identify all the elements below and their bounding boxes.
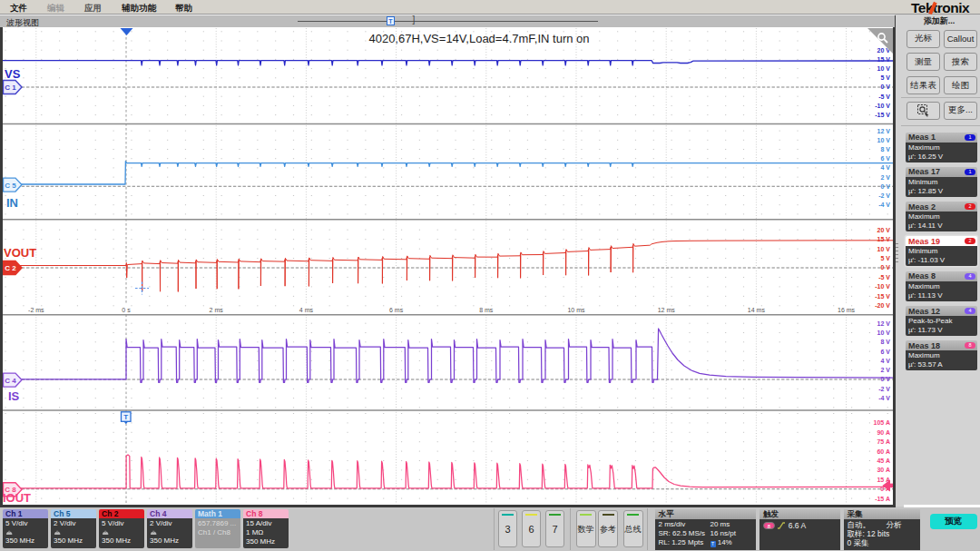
- svg-text:2 ms: 2 ms: [210, 307, 224, 313]
- svg-text:0 s: 0 s: [122, 307, 131, 313]
- svg-text:-15 V: -15 V: [875, 293, 890, 300]
- svg-text:5 V: 5 V: [880, 255, 890, 261]
- svg-text:0 V: 0 V: [880, 183, 890, 190]
- svg-text:20 V: 20 V: [877, 227, 891, 233]
- svg-text:10 V: 10 V: [877, 330, 891, 336]
- svg-text:IOUT: IOUT: [3, 491, 31, 505]
- svg-text:IN: IN: [6, 196, 18, 210]
- svg-text:0 V: 0 V: [880, 264, 890, 271]
- svg-text:105 A: 105 A: [874, 419, 890, 426]
- svg-text:16 ms: 16 ms: [838, 307, 856, 313]
- svg-text:0 V: 0 V: [880, 376, 890, 382]
- svg-text:6 V: 6 V: [880, 155, 890, 162]
- svg-text:4 V: 4 V: [880, 164, 890, 171]
- svg-text:C 2: C 2: [5, 264, 16, 272]
- svg-text:8 ms: 8 ms: [479, 307, 494, 313]
- svg-text:IS: IS: [8, 389, 20, 403]
- svg-text:-15 A: -15 A: [875, 496, 890, 502]
- svg-text:-5 V: -5 V: [878, 93, 890, 100]
- svg-text:12 V: 12 V: [877, 320, 891, 327]
- svg-text:4020,67H,VS=14V,Load=4.7mF,IN: 4020,67H,VS=14V,Load=4.7mF,IN turn on: [368, 32, 589, 45]
- svg-text:C 4: C 4: [5, 377, 16, 385]
- svg-text:-10 V: -10 V: [875, 103, 890, 109]
- svg-text:8 V: 8 V: [880, 146, 890, 153]
- svg-text:45 A: 45 A: [877, 458, 890, 464]
- svg-text:90 A: 90 A: [877, 429, 890, 436]
- svg-text:12 ms: 12 ms: [658, 307, 676, 313]
- svg-text:-15 V: -15 V: [875, 112, 890, 118]
- svg-text:-2 V: -2 V: [878, 192, 890, 199]
- svg-text:10 V: 10 V: [877, 137, 891, 143]
- svg-text:12 V: 12 V: [877, 128, 891, 134]
- svg-text:-2 V: -2 V: [878, 386, 890, 392]
- svg-text:C 1: C 1: [5, 84, 16, 92]
- svg-text:10 V: 10 V: [877, 65, 891, 72]
- svg-text:14 ms: 14 ms: [748, 307, 766, 313]
- svg-text:5 V: 5 V: [880, 74, 890, 81]
- svg-text:6 ms: 6 ms: [389, 307, 404, 313]
- svg-text:-2 ms: -2 ms: [28, 307, 44, 313]
- svg-text:-10 V: -10 V: [875, 283, 890, 290]
- svg-text:4 ms: 4 ms: [299, 307, 314, 313]
- svg-text:0 V: 0 V: [880, 84, 890, 90]
- svg-text:10 ms: 10 ms: [567, 307, 585, 313]
- svg-text:T: T: [123, 413, 128, 421]
- svg-text:C 5: C 5: [5, 182, 16, 190]
- svg-text:60 A: 60 A: [877, 448, 890, 455]
- svg-text:75 A: 75 A: [877, 438, 890, 445]
- svg-text:4 V: 4 V: [880, 358, 890, 364]
- svg-text:30 A: 30 A: [877, 467, 890, 473]
- svg-text:6 V: 6 V: [880, 349, 890, 355]
- svg-text:15 V: 15 V: [877, 56, 891, 63]
- svg-text:-20 V: -20 V: [875, 302, 890, 309]
- svg-text:10 V: 10 V: [877, 246, 891, 252]
- svg-text:15 V: 15 V: [877, 236, 891, 242]
- svg-text:-4 V: -4 V: [878, 395, 890, 401]
- svg-text:2 V: 2 V: [880, 367, 890, 373]
- svg-text:-5 V: -5 V: [878, 274, 890, 280]
- svg-text:8 V: 8 V: [880, 339, 890, 345]
- svg-text:-4 V: -4 V: [878, 202, 890, 208]
- svg-text:VOUT: VOUT: [4, 246, 36, 260]
- svg-text:2 V: 2 V: [880, 174, 890, 181]
- svg-text:VS: VS: [5, 67, 21, 81]
